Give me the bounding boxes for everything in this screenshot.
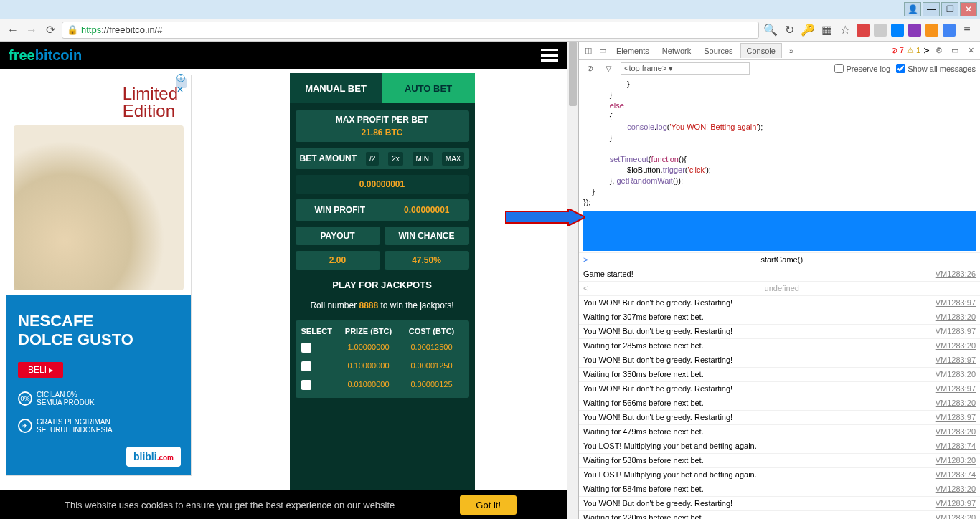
win-chance-input[interactable]: 47.50% xyxy=(385,251,469,270)
ext-icon-3[interactable] xyxy=(891,24,904,37)
preserve-log-checkbox[interactable]: Preserve log xyxy=(834,64,890,73)
plane-icon: ✈ xyxy=(18,419,32,433)
back-button[interactable]: ← xyxy=(6,23,20,37)
url-path: ://freebitco.in/# xyxy=(101,24,162,35)
page-scrollbar[interactable] xyxy=(567,42,578,519)
log-source-link[interactable]: VM1283:20 xyxy=(936,340,976,352)
log-source-link[interactable]: VM1283:97 xyxy=(936,383,976,395)
payout-chance-labels: PAYOUT WIN CHANCE xyxy=(296,227,469,245)
star-icon[interactable]: ☆ xyxy=(838,23,852,37)
window-controls: 👤 — ❐ ✕ xyxy=(0,0,980,19)
extension-icons: 🔍 ↻ 🔑 ▦ ☆ ≡ xyxy=(763,23,974,37)
cookie-accept-button[interactable]: Got it! xyxy=(460,495,517,515)
bet-amount-controls: BET AMOUNT /2 2x MIN MAX xyxy=(296,148,469,169)
ext-icon-6[interactable] xyxy=(943,24,956,37)
ad-brand: NESCAFE DOLCE GUSTO xyxy=(18,312,133,350)
half-button[interactable]: /2 xyxy=(366,152,379,166)
double-button[interactable]: 2x xyxy=(388,152,403,166)
jackpot-cost: 0.00012500 xyxy=(400,343,463,354)
console-toolbar: ⊘ ▽ <top frame> ▾ Preserve log Show all … xyxy=(579,60,980,77)
site-logo[interactable]: freebitcoin xyxy=(9,47,82,64)
log-source-link[interactable]: VM1283:26 xyxy=(936,268,976,280)
key-icon[interactable]: 🔑 xyxy=(801,23,815,37)
payout-input[interactable]: 2.00 xyxy=(296,251,380,270)
maximize-button[interactable]: ❐ xyxy=(941,2,958,16)
settings-icon[interactable]: ⚙ xyxy=(933,44,946,57)
log-source-link[interactable]: VM1283:20 xyxy=(936,454,976,467)
forward-button[interactable]: → xyxy=(24,23,39,37)
log-source-link[interactable]: VM1283:74 xyxy=(936,469,976,481)
sync-icon[interactable]: ↻ xyxy=(782,23,796,37)
minimize-button[interactable]: — xyxy=(923,2,940,16)
jackpot-cost: 0.00001250 xyxy=(400,361,463,373)
ext-icon-1[interactable] xyxy=(857,24,870,37)
user-icon[interactable]: 👤 xyxy=(904,2,921,16)
ad-blibli-logo: blibli.com xyxy=(126,447,181,467)
url-input[interactable]: 🔒 https ://freebitco.in/# xyxy=(62,22,759,39)
hamburger-icon[interactable] xyxy=(541,49,558,62)
log-source-link[interactable]: VM1283:74 xyxy=(936,440,976,452)
close-button[interactable]: ✕ xyxy=(960,2,977,16)
ext-icon-4[interactable] xyxy=(908,24,921,37)
bet-amount-input[interactable]: 0.00000001 xyxy=(296,175,469,194)
show-all-checkbox[interactable]: Show all messages xyxy=(896,64,976,73)
frame-select[interactable]: <top frame> ▾ xyxy=(621,62,750,75)
error-count[interactable]: ⊘ 7 xyxy=(891,46,904,55)
log-source-link[interactable]: VM1283:97 xyxy=(936,411,976,424)
scrollbar-thumb[interactable] xyxy=(569,42,577,106)
ext-icon-2[interactable] xyxy=(874,24,887,37)
inspect-icon[interactable]: ◫ xyxy=(582,44,595,57)
zoom-icon[interactable]: 🔍 xyxy=(763,23,778,37)
tab-elements[interactable]: Elements xyxy=(611,44,655,58)
log-source-link[interactable]: VM1283:20 xyxy=(936,397,976,409)
jackpot-checkbox[interactable] xyxy=(301,343,311,353)
log-source-link[interactable]: VM1283:97 xyxy=(936,354,976,366)
bet-tabs: MANUAL BET AUTO BET xyxy=(290,73,475,103)
log-source-link[interactable]: VM1283:97 xyxy=(936,325,976,338)
tab-auto-bet[interactable]: AUTO BET xyxy=(382,73,475,103)
console-log-line: startGame() xyxy=(579,252,980,267)
ext-icon-5[interactable] xyxy=(925,24,938,37)
warn-count[interactable]: ⚠ 1 xyxy=(907,46,920,55)
max-profit-label: MAX PROFIT PER BET xyxy=(336,115,428,125)
tab-network[interactable]: Network xyxy=(656,44,697,58)
jackpot-checkbox[interactable] xyxy=(301,380,311,390)
device-icon[interactable]: ▭ xyxy=(596,44,609,57)
dock-icon[interactable]: ▭ xyxy=(948,44,961,57)
devtools-close-icon[interactable]: ✕ xyxy=(964,44,977,57)
menu-icon[interactable]: ≡ xyxy=(960,23,974,37)
bet-panel: MANUAL BET AUTO BET MAX PROFIT PER BET 2… xyxy=(197,69,567,519)
log-source-link[interactable]: VM1283:20 xyxy=(936,483,976,495)
ad-close-icon[interactable]: ⓘ ✕ xyxy=(176,78,187,88)
tab-sources[interactable]: Sources xyxy=(698,44,738,58)
reload-button[interactable]: ⟳ xyxy=(43,23,57,37)
log-source-link[interactable]: VM1283:97 xyxy=(936,297,976,309)
log-source-link[interactable]: VM1283:20 xyxy=(936,311,976,323)
annotation-arrow-icon xyxy=(505,209,585,226)
ad-box[interactable]: ⓘ ✕ Limited Edition NESCAFE DOLCE GUSTO … xyxy=(6,75,192,476)
bet-box: MANUAL BET AUTO BET MAX PROFIT PER BET 2… xyxy=(290,73,475,519)
ad-buy-button[interactable]: BELI ▸ xyxy=(18,362,63,378)
console-log-line: Waiting for 350ms before next bet.VM1283… xyxy=(579,367,980,381)
max-button[interactable]: MAX xyxy=(442,152,465,166)
clear-console-icon[interactable]: ⊘ xyxy=(583,62,596,75)
tabs-overflow[interactable]: » xyxy=(783,44,799,58)
jackpot-table: SELECT PRIZE (BTC) COST (BTC) 1.00000000… xyxy=(296,320,469,398)
log-source-link[interactable]: VM1283:97 xyxy=(936,497,976,510)
tab-console[interactable]: Console xyxy=(740,43,782,58)
drawer-icon[interactable]: ≻ xyxy=(923,46,930,55)
min-button[interactable]: MIN xyxy=(413,152,433,166)
ad-panel: ⓘ ✕ Limited Edition NESCAFE DOLCE GUSTO … xyxy=(0,69,197,519)
tab-manual-bet[interactable]: MANUAL BET xyxy=(290,73,382,103)
log-source-link[interactable]: VM1283:20 xyxy=(936,426,976,438)
card-icon[interactable]: ▦ xyxy=(819,23,834,37)
jackpot-prize: 1.00000000 xyxy=(337,343,400,354)
jackpot-checkbox[interactable] xyxy=(301,361,311,371)
filter-icon[interactable]: ▽ xyxy=(602,62,615,75)
log-source-link[interactable]: VM1283:20 xyxy=(936,368,976,381)
console-log-line: You WON! But don't be greedy. Restarting… xyxy=(579,353,980,367)
console-body[interactable]: } } else { console.log('You WON! Betting… xyxy=(579,77,980,519)
ad-product-image xyxy=(14,125,184,290)
console-log-line: You LOST! Multiplying your bet and betti… xyxy=(579,467,980,482)
log-source-link[interactable]: VM1283:20 xyxy=(936,512,976,519)
